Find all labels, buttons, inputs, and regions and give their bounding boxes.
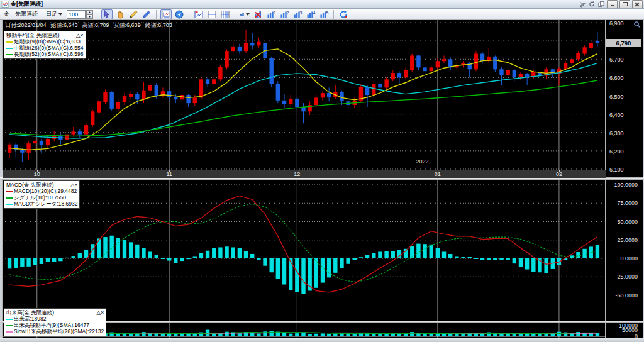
- svg-text:2: 2: [287, 10, 289, 14]
- info-high: 高値:6,709: [82, 22, 109, 28]
- macd-panel[interactable]: MACD(金 先限連続) △× MACD(10)(20)(C):29.4482 …: [3, 180, 606, 321]
- svg-text:3: 3: [300, 10, 303, 14]
- minimize-button[interactable]: [607, 0, 618, 8]
- close-button[interactable]: [632, 0, 643, 8]
- chart-slot-2-button[interactable]: 2: [279, 9, 290, 19]
- magnifier-icon[interactable]: [633, 21, 641, 28]
- bar-chart-delete-icon: [253, 9, 263, 19]
- ma-mid-swatch: [6, 48, 13, 49]
- chart-slot-1-button[interactable]: 1: [265, 9, 277, 19]
- toolbar-separator: [189, 10, 189, 19]
- refresh-button[interactable]: [338, 9, 349, 19]
- pen-icon: [142, 9, 152, 19]
- ma-lines-layer: [9, 49, 597, 150]
- rotate-icon[interactable]: [588, 1, 596, 8]
- legend-close-button[interactable]: ×: [74, 182, 77, 188]
- bar-chart-5-icon: 5: [319, 9, 329, 19]
- candlestick-chart: [3, 20, 606, 170]
- bar-count-input[interactable]: 100: [67, 10, 86, 19]
- legend-item: 短期線(9)(0)(SMA)(C):6,633: [6, 38, 84, 45]
- axis-tick-label: 6,900: [609, 20, 624, 26]
- spin-up-icon[interactable]: ▲: [86, 10, 93, 14]
- legend-item: MACD(10)(20)(C):29.4482: [6, 188, 77, 194]
- annotate-icon[interactable]: [579, 1, 586, 8]
- navigate-icon: [174, 9, 184, 19]
- minimize-icon: [611, 5, 614, 6]
- copy-icon[interactable]: [597, 1, 605, 8]
- bar-chart-3-icon: 3: [292, 9, 303, 19]
- legend-close-button[interactable]: ×: [80, 32, 84, 38]
- axis-tick-label: 100.0000: [614, 182, 638, 188]
- legend-item: MACDオシレータ:18.6932: [6, 201, 77, 207]
- price-axis: 6,790 6,9006,8006,7006,6006,5006,4006,30…: [606, 20, 643, 177]
- bar-chart-1-icon: 1: [266, 9, 276, 19]
- axis-tick-label: 6,500: [609, 94, 624, 100]
- axis-tick-label: 6,700: [609, 57, 624, 63]
- chart-layout-icon: [194, 9, 204, 19]
- chart-cursor-icon: [161, 9, 171, 19]
- bar-chart-4-icon: 4: [306, 9, 316, 19]
- axis-tick-label: 6,200: [609, 148, 624, 155]
- time-axis-label: 10: [31, 171, 43, 177]
- hgrid-button[interactable]: [206, 9, 218, 19]
- grid-icon: [220, 9, 230, 19]
- pencil-tool-button[interactable]: [128, 9, 139, 19]
- bar-count-stepper[interactable]: 100 ▲▼: [67, 10, 93, 19]
- chart-slot-4-button[interactable]: 4: [305, 9, 316, 19]
- legend-item: 出来高:18982: [6, 316, 104, 322]
- chevron-down-icon: [58, 13, 62, 16]
- maximize-button[interactable]: [619, 0, 630, 8]
- chart-type-button[interactable]: [239, 9, 250, 19]
- timeframe-select[interactable]: 日足: [46, 10, 62, 18]
- chart-slot-5-button[interactable]: 5: [318, 9, 330, 19]
- spin-down-icon[interactable]: ▼: [86, 14, 93, 19]
- bar-chart-2-icon: 2: [279, 9, 289, 19]
- price-chart-panel[interactable]: 日付:2022/01/04始値:6,643高値:6,709安値:6,639終値:…: [3, 20, 606, 170]
- info-open: 始値:6,643: [51, 22, 78, 28]
- macd-legend: MACD(金 先限連続) △× MACD(10)(20)(C):29.4482 …: [4, 180, 80, 209]
- legend-close-button[interactable]: ×: [101, 309, 104, 316]
- info-low: 安値:6,639: [114, 22, 141, 28]
- axis-tick-label: 50000: [622, 327, 638, 333]
- app-chart-icon: [1, 1, 9, 8]
- year-label: 2022: [416, 158, 429, 165]
- svg-text:5: 5: [326, 10, 329, 14]
- macd-axis: 100.000075.000050.000025.00000.0000-25.0…: [606, 180, 643, 321]
- toolbar-separator: [97, 10, 97, 19]
- titlebar[interactable]: 金[先限連続]: [0, 0, 644, 9]
- pan-tool-button[interactable]: [114, 9, 126, 19]
- volume-legend-title: 出来高(金 先限連続): [6, 309, 54, 316]
- toolbar: 金 先限連続 日足 100 ▲▼: [0, 9, 644, 20]
- chart-cursor-button[interactable]: [160, 9, 172, 19]
- axis-tick-label: 50.0000: [617, 219, 638, 225]
- chevron-down-icon: [246, 13, 250, 16]
- svg-text:4: 4: [313, 10, 316, 14]
- bar-chart-icon: [240, 9, 245, 19]
- navigate-button[interactable]: [174, 9, 185, 19]
- legend-item: 中期線(26)(0)(SMA)(C):6,554: [6, 45, 84, 51]
- axis-tick-label: 25.0000: [617, 237, 638, 243]
- info-date: 日付:2022/01/04: [5, 22, 47, 28]
- grid-layer: [3, 20, 606, 170]
- signal-line-swatch: [6, 197, 13, 199]
- refresh-icon: [338, 9, 348, 19]
- pen-tool-button[interactable]: [141, 9, 152, 19]
- info-close: 終値:6,703: [145, 22, 172, 28]
- chart-layout-button[interactable]: [193, 9, 204, 19]
- axis-tick-label: 75.0000: [617, 200, 638, 206]
- hgrid-icon: [207, 9, 217, 19]
- time-axis-label: 11: [164, 171, 175, 177]
- grid-button[interactable]: [219, 9, 231, 19]
- candles-layer: [8, 30, 599, 162]
- chart-slot-3-button[interactable]: 3: [292, 9, 303, 19]
- select-tool-button[interactable]: [101, 9, 113, 19]
- oscillator-swatch: [6, 204, 13, 205]
- axis-tick-label: 6,100: [609, 167, 624, 173]
- ma-short-swatch: [6, 41, 13, 43]
- pencil-icon: [128, 9, 138, 19]
- ma-long-swatch: [6, 54, 13, 55]
- remove-chart-button[interactable]: [252, 9, 264, 19]
- svg-text:1: 1: [274, 10, 276, 14]
- legend-item: シグナル(10):10.7550: [6, 194, 77, 201]
- ohlc-info-line: 日付:2022/01/04始値:6,643高値:6,709安値:6,639終値:…: [5, 21, 177, 30]
